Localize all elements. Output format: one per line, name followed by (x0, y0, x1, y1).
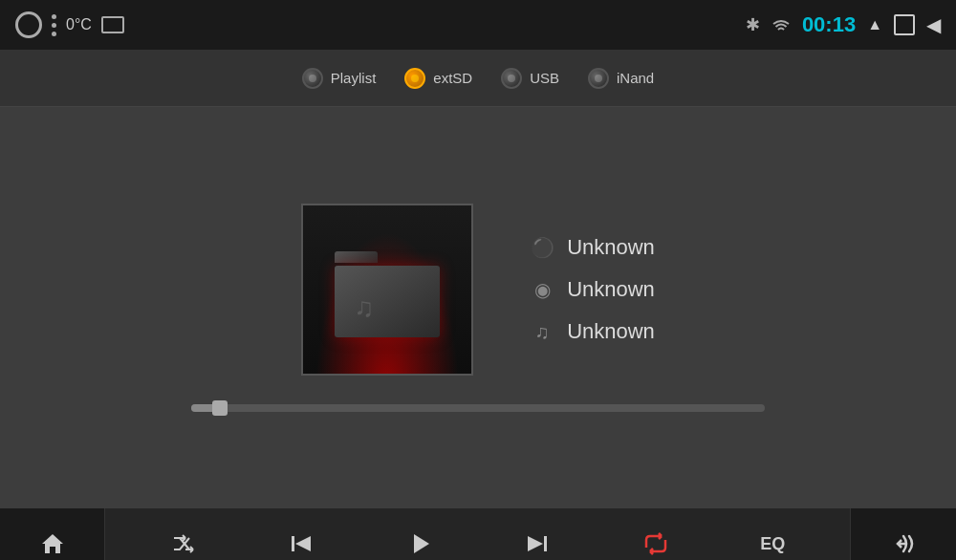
menu-icon (52, 14, 56, 36)
eject-icon: ▲ (867, 16, 882, 33)
tab-usb[interactable]: USB (501, 68, 559, 89)
prev-button[interactable] (280, 523, 322, 560)
status-left: 0°C (15, 11, 124, 38)
artist-icon: ⚫ (531, 236, 554, 259)
svg-marker-4 (528, 536, 543, 551)
home-section (0, 508, 105, 560)
playback-controls: EQ (105, 508, 851, 560)
tab-radio-usb (501, 68, 522, 89)
loop-icon (642, 530, 669, 557)
window-icon (894, 14, 915, 35)
disc-icon: ◉ (531, 278, 554, 301)
player-content: ♫ ⚫ Unknown ◉ Unknown ♫ Unknown (301, 204, 655, 376)
tab-label-playlist: Playlist (331, 70, 377, 86)
track-info: ⚫ Unknown ◉ Unknown ♫ Unknown (531, 235, 655, 344)
main-content: Playlist extSD USB iNand ♫ (0, 50, 956, 508)
controls-bar: EQ (0, 508, 956, 560)
image-icon (101, 16, 124, 33)
folder-tab (335, 251, 378, 263)
eq-label: EQ (760, 534, 785, 554)
play-button[interactable] (399, 523, 441, 560)
album-row: ◉ Unknown (531, 277, 655, 302)
art-inner: ♫ (303, 205, 471, 374)
svg-rect-0 (292, 536, 294, 551)
artist-row: ⚫ Unknown (531, 235, 655, 260)
next-button[interactable] (516, 523, 558, 560)
prev-icon (288, 530, 315, 557)
play-icon (406, 530, 433, 557)
title-display: Unknown (567, 319, 655, 344)
tab-radio-extsd (404, 68, 425, 89)
shuffle-icon (170, 530, 197, 557)
tab-radio-inand (588, 68, 609, 89)
status-bar: 0°C ✱ 00:13 ▲ ◀ (0, 0, 956, 50)
home-button[interactable] (32, 523, 74, 560)
progress-bar[interactable] (191, 404, 765, 412)
back-button[interactable] (882, 523, 924, 560)
temperature-display: 0°C (66, 16, 92, 33)
bluetooth-icon: ✱ (746, 14, 760, 35)
tab-label-extsd: extSD (433, 70, 472, 86)
tab-extsd[interactable]: extSD (404, 68, 472, 89)
wifi-icon (771, 18, 791, 32)
title-row: ♫ Unknown (531, 319, 655, 344)
tab-label-inand: iNand (617, 70, 654, 86)
loop-button[interactable] (635, 523, 677, 560)
music-note-icon: ♫ (531, 321, 554, 343)
folder-icon: ♫ (330, 242, 445, 337)
progress-thumb (212, 400, 228, 416)
album-art: ♫ (301, 204, 473, 376)
music-notes-icon: ♫ (354, 292, 374, 323)
svg-marker-2 (414, 534, 429, 553)
eq-button[interactable]: EQ (752, 527, 793, 561)
nav-back-icon: ◀ (926, 13, 941, 36)
clock-display: 00:13 (802, 12, 856, 37)
tab-playlist[interactable]: Playlist (302, 68, 377, 89)
artist-display: Unknown (567, 235, 655, 260)
svg-rect-3 (544, 536, 547, 551)
shuffle-button[interactable] (163, 523, 205, 560)
home-icon (39, 530, 66, 557)
svg-marker-1 (295, 536, 311, 551)
tab-inand[interactable]: iNand (588, 68, 654, 89)
folder-body: ♫ (335, 266, 440, 337)
signal-icon (15, 11, 42, 38)
next-icon (524, 530, 551, 557)
back-icon (890, 530, 917, 557)
back-section (851, 508, 956, 560)
player-area: ♫ ⚫ Unknown ◉ Unknown ♫ Unknown (0, 107, 956, 508)
tab-radio-playlist (302, 68, 323, 89)
status-right: ✱ 00:13 ▲ ◀ (746, 12, 941, 37)
album-display: Unknown (567, 277, 655, 302)
source-tabs: Playlist extSD USB iNand (0, 50, 956, 107)
tab-label-usb: USB (530, 70, 559, 86)
progress-track (191, 404, 765, 412)
